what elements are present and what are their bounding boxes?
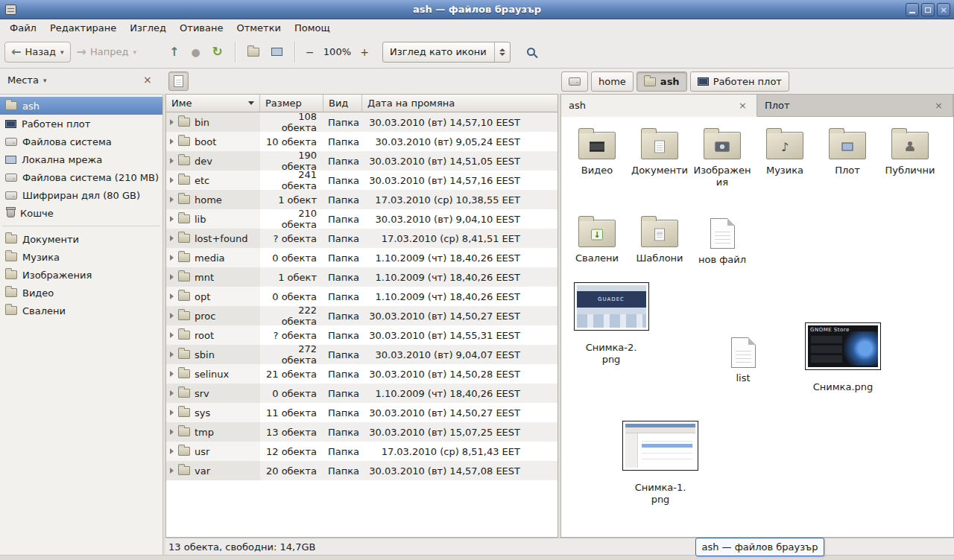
menu-item-4[interactable]: Отметки: [230, 21, 287, 35]
tab-close-icon[interactable]: ×: [932, 100, 945, 111]
table-row[interactable]: media0 обектаПапка1.10.2009 (чт) 18,40,2…: [166, 248, 557, 267]
icon-item-0[interactable]: Видео: [566, 124, 628, 212]
expander-icon[interactable]: [170, 197, 174, 203]
expander-icon[interactable]: [170, 351, 174, 357]
back-history-dropdown-icon[interactable]: ▾: [60, 48, 64, 56]
expander-icon[interactable]: [170, 255, 174, 261]
icon-item-8[interactable]: нов файл: [691, 212, 754, 300]
expander-icon[interactable]: [170, 410, 174, 416]
maximize-button[interactable]: [921, 3, 935, 16]
table-row[interactable]: root? обектаПапка30.03.2010 (вт) 14,55,3…: [166, 325, 557, 345]
sidebar-item-2[interactable]: Файлова система: [0, 133, 162, 150]
forward-history-dropdown-icon[interactable]: ▾: [133, 48, 136, 56]
left-pane-root-button[interactable]: [168, 71, 189, 91]
reload-button[interactable]: ↻: [206, 42, 229, 62]
table-row[interactable]: home1 обектПапка17.03.2010 (ср) 10,38,55…: [166, 190, 557, 209]
sidebar-header[interactable]: Места ▾: [7, 74, 157, 86]
table-row[interactable]: var20 обектаПапка30.03.2010 (вт) 14,57,0…: [166, 461, 557, 480]
table-row[interactable]: dev190 обектаПапка30.03.2010 (вт) 14,51,…: [166, 151, 557, 171]
expander-icon[interactable]: [170, 119, 174, 125]
up-button[interactable]: ↑: [163, 42, 185, 62]
sidebar-item-1[interactable]: Работен плот: [0, 115, 162, 133]
sidebar-close-button[interactable]: ×: [140, 73, 155, 86]
sidebar-item-9[interactable]: Музика: [0, 248, 162, 266]
back-button[interactable]: ← Назад ▾: [4, 42, 71, 63]
menu-item-1[interactable]: Редактиране: [43, 21, 123, 35]
expander-icon[interactable]: [170, 235, 174, 241]
expander-icon[interactable]: [170, 313, 174, 319]
sidebar-item-4[interactable]: Файлова система (210 MB): [0, 168, 162, 186]
expander-icon[interactable]: [170, 216, 174, 222]
table-row[interactable]: etc241 обектаПапка30.03.2010 (вт) 14,57,…: [166, 171, 557, 190]
table-row[interactable]: lib210 обектаПапка30.03.2010 (вт) 9,04,1…: [166, 209, 557, 229]
icon-item-2[interactable]: Изображения: [691, 124, 754, 212]
pathbar-button-2[interactable]: ash: [636, 71, 687, 92]
expander-icon[interactable]: [170, 448, 174, 454]
column-header-size[interactable]: Размер: [260, 95, 323, 112]
table-row[interactable]: sys11 обектаПапка30.03.2010 (вт) 14,50,2…: [166, 403, 557, 422]
zoom-out-button[interactable]: −: [301, 43, 319, 61]
icon-item-snimka-2[interactable]: GUADEC Снимка-2.png: [572, 282, 651, 365]
expander-icon[interactable]: [170, 332, 174, 338]
close-button[interactable]: ×: [937, 3, 950, 16]
table-row[interactable]: lost+found? обектаПапка17.03.2010 (ср) 8…: [166, 229, 557, 248]
table-row[interactable]: proc222 обектаПапка30.03.2010 (вт) 14,50…: [166, 306, 557, 325]
table-row[interactable]: opt0 обектаПапка1.10.2009 (чт) 18,40,26 …: [166, 287, 557, 306]
expander-icon[interactable]: [170, 293, 174, 299]
column-header-date[interactable]: Дата на промяна: [362, 95, 557, 112]
sidebar-item-10[interactable]: Изображения: [0, 266, 162, 284]
icon-item-3[interactable]: ♪Музика: [754, 124, 816, 212]
menu-item-2[interactable]: Изглед: [123, 21, 173, 35]
minimize-button[interactable]: [906, 3, 919, 16]
table-row[interactable]: bin108 обектаПапка30.03.2010 (вт) 14,57,…: [166, 112, 557, 132]
tab-close-icon[interactable]: ×: [736, 100, 749, 111]
column-header-name[interactable]: Име: [166, 95, 260, 112]
menu-item-3[interactable]: Отиване: [173, 21, 230, 35]
sidebar-item-3[interactable]: Локална мрежа: [0, 150, 162, 168]
stop-button[interactable]: ●: [185, 43, 206, 61]
expander-icon[interactable]: [170, 371, 174, 377]
sidebar-item-6[interactable]: Кошче: [0, 204, 162, 222]
forward-button[interactable]: → Напред ▾: [71, 42, 142, 62]
column-header-type[interactable]: Вид: [323, 95, 362, 112]
expander-icon[interactable]: [170, 139, 174, 144]
icon-item-1[interactable]: Документи: [628, 124, 691, 212]
table-row[interactable]: boot10 обектаПапка30.03.2010 (вт) 9,05,2…: [166, 132, 557, 151]
titlebar[interactable]: ash — файлов браузър ×: [0, 0, 954, 19]
pathbar-button-0[interactable]: [561, 71, 588, 92]
zoom-in-button[interactable]: +: [356, 43, 373, 61]
icon-item-snimka[interactable]: GNOME Store Снимка.png: [801, 322, 885, 393]
table-row[interactable]: tmp13 обектаПапка30.03.2010 (вт) 15,07,2…: [166, 422, 557, 442]
sidebar-item-0[interactable]: ash: [0, 97, 162, 115]
expander-icon[interactable]: [170, 468, 174, 474]
sidebar-item-8[interactable]: Документи: [0, 230, 162, 248]
view-mode-select[interactable]: Изглед като икони: [382, 42, 511, 63]
table-row[interactable]: mnt1 обектПапка1.10.2009 (чт) 18,40,26 E…: [166, 267, 557, 287]
menu-item-0[interactable]: Файл: [3, 21, 43, 35]
tab-0[interactable]: ash×: [561, 95, 757, 117]
table-row[interactable]: srv0 обектаПапка1.10.2009 (чт) 18,40,26 …: [166, 384, 557, 403]
icon-item-5[interactable]: Публични: [879, 124, 941, 212]
sidebar-item-5[interactable]: Шифриран дял (80 GB): [0, 186, 162, 204]
sidebar-item-11[interactable]: Видео: [0, 284, 162, 302]
search-button[interactable]: [521, 43, 541, 60]
pathbar-button-3[interactable]: Работен плот: [690, 71, 789, 92]
icon-item-list[interactable]: list: [719, 331, 767, 384]
pathbar-button-1[interactable]: home: [591, 71, 634, 92]
expander-icon[interactable]: [170, 429, 174, 435]
computer-button[interactable]: [265, 44, 288, 60]
icon-item-4[interactable]: Плот: [816, 124, 879, 212]
expander-icon[interactable]: [170, 274, 174, 280]
expander-icon[interactable]: [170, 390, 174, 396]
sidebar-item-12[interactable]: Свалени: [0, 302, 162, 319]
expander-icon[interactable]: [170, 158, 174, 164]
menu-item-5[interactable]: Помощ: [288, 21, 337, 35]
home-button[interactable]: [241, 44, 265, 60]
sidebar-mode-dropdown-icon[interactable]: ▾: [43, 77, 47, 84]
table-row[interactable]: selinux21 обектаПапка30.03.2010 (вт) 14,…: [166, 364, 557, 384]
table-row[interactable]: sbin272 обектаПапка30.03.2010 (вт) 9,04,…: [166, 345, 557, 364]
expander-icon[interactable]: [170, 177, 174, 183]
table-row[interactable]: usr12 обектаПапка17.03.2010 (ср) 8,51,43…: [166, 442, 557, 461]
tab-1[interactable]: Плот×: [757, 95, 953, 116]
icon-item-snimka-1[interactable]: Снимка-1.png: [621, 421, 700, 505]
